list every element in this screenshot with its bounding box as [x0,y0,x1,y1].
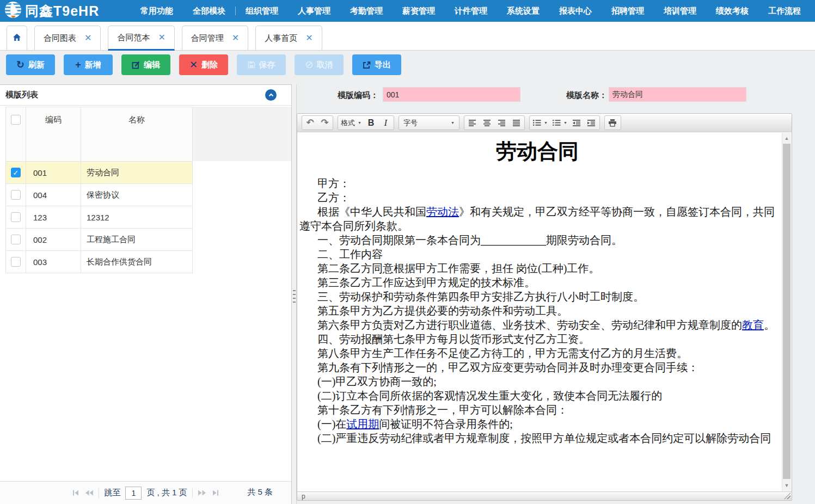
next-page-icon[interactable] [198,490,206,496]
italic-button[interactable]: I [378,116,393,129]
fontsize-label: 字号 [403,118,418,128]
export-button[interactable]: 导出 [352,54,401,75]
page-number-input[interactable] [125,487,142,500]
nav-item-3[interactable]: 组织管理 [236,0,288,22]
row-checkbox[interactable] [11,212,21,222]
editor-scrollbar[interactable]: ▲ ▼ [782,133,791,491]
doc-paragraph: 第五条甲方为乙方提供必要的劳动条件和劳动工具。 [299,304,775,318]
doc-text: 。 [764,319,775,331]
indent-icon[interactable] [584,116,599,129]
bold-button[interactable]: B [364,116,378,129]
doc-text: 第三条乙方工作应达到甲方规定的技术标准。 [317,276,535,288]
nav-item-1[interactable]: 常用功能 [131,0,183,22]
tab-contract-management[interactable]: 合同管理 ✕ [182,26,248,51]
doc-text: (二)订立本合同所依据的客观情况发生重大变化，致使本合同无法履行的 [317,390,662,402]
doc-link[interactable]: 试用期 [346,418,379,430]
chevron-down-icon: ▼ [358,121,361,125]
row-checkbox[interactable] [11,190,21,200]
last-page-icon[interactable] [211,490,219,496]
doc-link[interactable]: 劳动法 [426,206,459,218]
panel-splitter[interactable] [292,84,297,504]
refresh-button[interactable]: ↻ 刷新 [6,54,55,75]
row-checkbox[interactable] [11,235,21,244]
panel-title: 模版列表 [5,90,38,100]
prev-page-icon[interactable] [85,490,94,496]
nav-item-6[interactable]: 薪资管理 [393,0,445,22]
format-dropdown[interactable]: 格式 ▼ [339,116,364,129]
nav-item-10[interactable]: 招聘管理 [602,0,654,22]
template-name-input[interactable] [609,87,746,102]
nav-item-2[interactable]: 全部模块 [183,0,235,22]
nav-item-5[interactable]: 考勤管理 [340,0,393,22]
nav-item-9[interactable]: 报表中心 [549,0,602,22]
brand-name: 同鑫T9eHR [25,2,99,20]
edit-icon [132,61,140,69]
edit-button[interactable]: 编辑 [121,54,170,75]
nav-item-8[interactable]: 系统设置 [497,0,549,22]
save-button[interactable]: 保存 [237,54,286,75]
row-code: 001 [26,162,81,184]
tab-label: 合同图表 [44,33,76,44]
nav-item-4[interactable]: 人事管理 [288,0,340,22]
doc-text: (一)在 [317,418,346,430]
app-window: 同鑫T9eHR 常用功能全部模块组织管理人事管理考勤管理薪资管理计件管理系统设置… [0,0,815,504]
template-code-input[interactable] [383,87,520,102]
print-icon[interactable] [605,116,620,129]
tab-label: 人事首页 [265,33,297,44]
scrollbar-thumb[interactable] [783,144,791,479]
globe-sail-logo-icon [4,1,22,21]
close-icon[interactable]: ✕ [84,34,91,42]
nav-item-13[interactable]: 工作流程 [758,0,811,22]
cancel-button[interactable]: 取消 [295,54,344,75]
align-right-icon[interactable] [494,116,509,129]
template-list-panel: 模版列表 编码 名称 001劳动合同004保密协议12312312002工程施工… [0,84,292,504]
fontsize-dropdown[interactable]: 字号 ▼ [400,116,458,129]
doc-text: 第二条乙方同意根据甲方工作需要，担任 岗位(工种)工作。 [317,262,599,274]
editor-content[interactable]: 劳动合同 甲方：乙方：根据《中华人民共和国劳动法》和有关规定，甲乙双方经平等协商… [297,133,792,491]
nav-item-11[interactable]: 培训管理 [654,0,706,22]
table-row[interactable]: 001劳动合同 [6,162,193,184]
close-icon[interactable]: ✕ [305,34,312,42]
tab-home[interactable] [7,26,27,51]
collapse-panel-button[interactable] [265,89,277,101]
undo-icon[interactable]: ↶ [303,116,317,129]
editor-toolbar: ↶ ↷ 格式 ▼ B I 字号 ▼ [297,114,792,132]
doc-link[interactable]: 教育 [742,319,764,331]
print-group [604,115,621,130]
document-body: 甲方：乙方：根据《中华人民共和国劳动法》和有关规定，甲乙双方经平等协商一致，自愿… [299,176,775,445]
redo-icon[interactable]: ↷ [317,116,332,129]
template-name-label: 模版名称： [566,90,607,101]
table-row[interactable]: 003长期合作供货合同 [6,251,193,273]
add-button[interactable]: + 新增 [64,54,113,75]
nav-item-12[interactable]: 绩效考核 [706,0,758,22]
numbered-list-icon[interactable]: ▼ [550,116,569,129]
table-row[interactable]: 004保密协议 [6,184,193,206]
resize-grip-icon[interactable] [784,493,791,499]
bullet-list-icon[interactable]: ▼ [530,116,550,129]
delete-button[interactable]: ✕ 删除 [179,54,228,75]
tab-contract-template[interactable]: 合同范本 ✕ [108,26,174,51]
brand-logo[interactable]: 同鑫T9eHR [0,1,131,21]
table-row[interactable]: 002工程施工合同 [6,229,193,251]
close-icon[interactable]: ✕ [232,34,239,42]
table-row[interactable]: 12312312 [6,206,193,229]
row-checkbox[interactable] [11,168,21,177]
button-label: 新增 [85,60,101,70]
first-page-icon[interactable] [72,490,80,496]
align-left-icon[interactable] [465,116,480,129]
tab-hr-home[interactable]: 人事首页 ✕ [255,26,322,51]
outdent-icon[interactable] [569,116,584,129]
scroll-up-icon[interactable]: ▲ [782,134,791,143]
align-center-icon[interactable] [480,116,494,129]
close-icon[interactable]: ✕ [158,33,165,42]
doc-text: 四、劳动报酬第七条甲方每月以货币形式支付乙方工资。 [317,333,590,345]
doc-paragraph: 根据《中华人民共和国劳动法》和有关规定，甲乙双方经平等协商一致，自愿签订本合同，… [299,205,775,233]
select-all-checkbox[interactable] [11,115,21,125]
scroll-down-icon[interactable]: ▼ [782,481,791,490]
row-checkbox[interactable] [11,257,21,267]
nav-item-7[interactable]: 计件管理 [445,0,497,22]
pagination-bar: 跳至 页 , 共 1 页 共 5 条 [0,481,291,504]
tab-contract-chart[interactable]: 合同图表 ✕ [34,26,101,51]
doc-paragraph: 第十条乙方有下列情形之一，甲方可以解除本合同： [299,403,775,417]
align-justify-icon[interactable] [509,116,524,129]
